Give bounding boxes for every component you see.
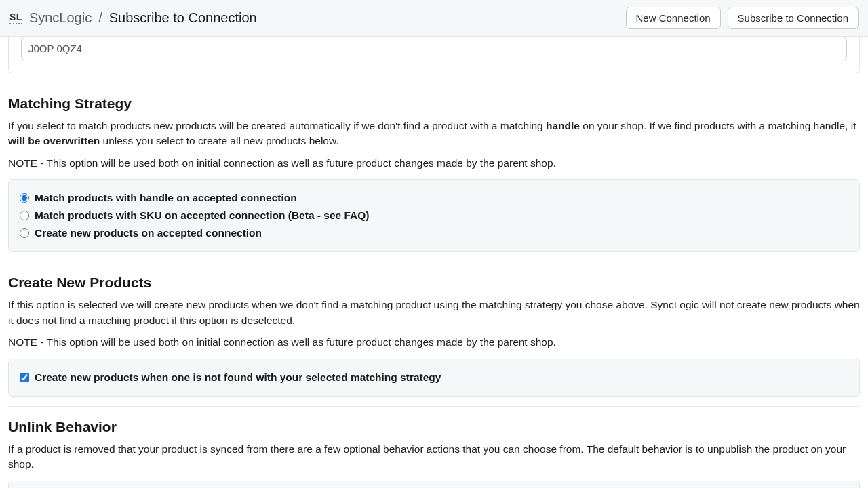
breadcrumb-separator: /: [98, 10, 102, 26]
matching-desc-part-a: If you select to match products new prod…: [8, 120, 546, 131]
match-sku-option[interactable]: Match products with SKU on accepted conn…: [20, 207, 848, 224]
matching-strategy-note: NOTE - This option will be used both on …: [8, 156, 860, 171]
matching-desc-strong-overwritten: will be overwritten: [8, 135, 100, 146]
subscribe-to-connection-button[interactable]: Subscribe to Connection: [728, 7, 859, 29]
section-divider: [8, 262, 860, 262]
match-handle-label[interactable]: Match products with handle on accepted c…: [35, 192, 297, 204]
section-divider: [8, 406, 860, 407]
match-sku-radio[interactable]: [20, 211, 29, 220]
create-new-products-note: NOTE - This option will be used both on …: [8, 335, 860, 350]
unlink-behavior-title: Unlink Behavior: [8, 419, 860, 435]
matching-desc-part-e: unless you select to create all new prod…: [100, 135, 338, 146]
logo: SL: [9, 12, 22, 24]
create-new-option[interactable]: Create new products on accepted connecti…: [20, 224, 848, 242]
matching-strategy-options: Match products with handle on accepted c…: [8, 179, 860, 252]
create-new-when-not-found-checkbox[interactable]: [20, 373, 29, 382]
page-title: Subscribe to Connection: [109, 10, 257, 26]
match-handle-option[interactable]: Match products with handle on accepted c…: [20, 189, 848, 207]
connection-code-card: [8, 37, 860, 73]
app-name[interactable]: SyncLogic: [29, 10, 92, 26]
create-new-radio[interactable]: [20, 228, 29, 238]
unlink-behavior-options: Unpublish Product Delete Product Set All…: [8, 481, 860, 488]
unlink-behavior-desc: If a product is removed that your produc…: [8, 442, 860, 472]
page-body: Matching Strategy If you select to match…: [0, 0, 868, 488]
create-new-products-desc: If this option is selected we will creat…: [8, 298, 860, 328]
topbar: SL SyncLogic / Subscribe to Connection N…: [0, 0, 868, 37]
create-new-products-title: Create New Products: [8, 274, 860, 291]
matching-desc-strong-handle: handle: [546, 120, 580, 131]
create-new-when-not-found-option[interactable]: Create new products when one is not foun…: [20, 369, 848, 386]
new-connection-button[interactable]: New Connection: [626, 7, 721, 29]
match-handle-radio[interactable]: [20, 193, 29, 203]
section-divider: [8, 83, 860, 83]
matching-strategy-desc: If you select to match products new prod…: [8, 119, 860, 149]
matching-desc-part-c: on your shop. If we find products with a…: [580, 120, 856, 131]
create-new-label[interactable]: Create new products on accepted connecti…: [35, 227, 262, 239]
connection-code-input[interactable]: [21, 37, 847, 60]
create-new-when-not-found-label[interactable]: Create new products when one is not foun…: [35, 371, 441, 384]
matching-strategy-title: Matching Strategy: [8, 96, 860, 112]
topbar-actions: New Connection Subscribe to Connection: [626, 7, 859, 29]
create-new-products-options: Create new products when one is not foun…: [8, 359, 860, 396]
match-sku-label[interactable]: Match products with SKU on accepted conn…: [35, 209, 369, 222]
breadcrumb: SL SyncLogic / Subscribe to Connection: [9, 10, 257, 26]
